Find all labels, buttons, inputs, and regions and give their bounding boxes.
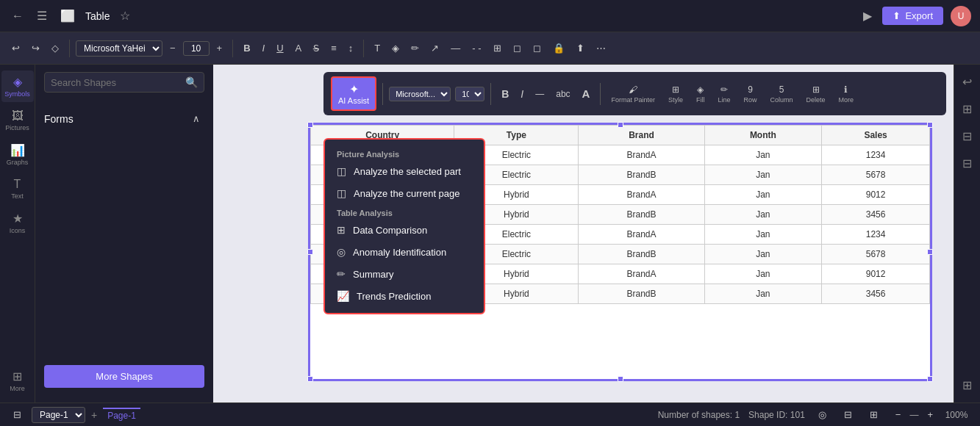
sidebar-item-more[interactable]: ⊞ More bbox=[1, 365, 34, 397]
format-button[interactable]: ◇ bbox=[47, 40, 63, 57]
page-selector[interactable]: Page-1 bbox=[32, 407, 85, 423]
sidebar-item-symbols[interactable]: ◈ Symbols bbox=[1, 71, 34, 102]
font-size-plus[interactable]: + bbox=[212, 40, 227, 57]
more-toolbar-button[interactable]: ⋯ bbox=[592, 40, 610, 57]
analyze-current-item[interactable]: ◫ Analyze the current page bbox=[325, 182, 484, 204]
sel-handle-tr[interactable] bbox=[927, 122, 933, 128]
table-button[interactable]: ⊞ bbox=[489, 40, 506, 57]
toggle-panel-button[interactable]: ⊟ bbox=[9, 406, 26, 423]
sel-handle-tm[interactable] bbox=[618, 122, 623, 128]
sel-handle-mr[interactable] bbox=[927, 249, 933, 255]
float-row-button[interactable]: 9 Row bbox=[739, 82, 761, 106]
analyze-selected-label: Analyze the selected part bbox=[354, 166, 461, 177]
doc-icon: ⬜ bbox=[57, 6, 78, 26]
analyze-selected-item[interactable]: ◫ Analyze the selected part bbox=[325, 160, 484, 182]
cell: BrandA bbox=[579, 145, 704, 165]
avatar[interactable]: U bbox=[951, 6, 971, 26]
font-size-minus[interactable]: − bbox=[165, 40, 180, 57]
lock-button[interactable]: 🔒 bbox=[548, 40, 569, 57]
rs-undo-button[interactable]: ↩ bbox=[958, 71, 976, 93]
rs-settings-button[interactable]: ⊞ bbox=[958, 374, 976, 397]
right-sidebar: ↩ ⊞ ⊟ ⊟ ⊞ bbox=[954, 65, 980, 402]
zoom-in-button[interactable]: + bbox=[923, 406, 937, 423]
line-color-button[interactable]: ✏ bbox=[407, 40, 423, 57]
canvas-area[interactable]: Country Type Brand Month Sales Country1 … bbox=[213, 65, 954, 402]
status-icon2[interactable]: ⊟ bbox=[840, 406, 856, 423]
cell: Jan bbox=[704, 264, 822, 284]
align-button[interactable]: ≡ bbox=[326, 40, 341, 57]
active-page-tab[interactable]: Page-1 bbox=[103, 408, 140, 422]
italic-button[interactable]: I bbox=[258, 40, 270, 57]
sel-handle-tl[interactable] bbox=[307, 122, 313, 128]
float-biga-button[interactable]: A bbox=[578, 84, 595, 103]
font-color-button[interactable]: A bbox=[291, 40, 307, 57]
redo-button[interactable]: ↪ bbox=[27, 40, 44, 57]
play-button[interactable]: ▶ bbox=[860, 6, 875, 26]
dash-button[interactable]: - - bbox=[468, 40, 485, 57]
float-column-button[interactable]: 5 Column bbox=[765, 82, 797, 106]
rs-grid-button[interactable]: ⊞ bbox=[958, 98, 976, 120]
shape1-button[interactable]: ◻ bbox=[509, 40, 526, 57]
trends-prediction-item[interactable]: 📈 Trends Prediction bbox=[325, 285, 484, 307]
float-delete-label: Delete bbox=[806, 96, 826, 104]
rs-panel1-button[interactable]: ⊟ bbox=[958, 125, 976, 148]
strikethrough-button[interactable]: S̶ bbox=[309, 40, 323, 57]
font-size-input[interactable] bbox=[183, 41, 210, 56]
summary-item[interactable]: ✏ Summary bbox=[325, 263, 484, 285]
forms-collapse-button[interactable]: ∧ bbox=[188, 110, 204, 127]
float-delete-button[interactable]: ⊞ Delete bbox=[802, 82, 830, 106]
document-title: Table bbox=[85, 10, 110, 22]
anomaly-item[interactable]: ◎ Anomaly Identification bbox=[325, 241, 484, 263]
sel-handle-bl[interactable] bbox=[307, 376, 313, 382]
toolbar-divider-1 bbox=[69, 40, 70, 57]
fill-color-button[interactable]: ◈ bbox=[387, 40, 404, 57]
sidebar-item-pictures[interactable]: 🖼 Pictures bbox=[1, 105, 34, 136]
undo-button[interactable]: ↩ bbox=[7, 40, 24, 57]
menu-button[interactable]: ☰ bbox=[34, 6, 50, 26]
float-bold-button[interactable]: B bbox=[497, 85, 513, 103]
sel-handle-ml[interactable] bbox=[307, 249, 313, 255]
status-icon3[interactable]: ⊞ bbox=[865, 406, 882, 423]
text-style-button[interactable]: T bbox=[370, 40, 385, 57]
more-shapes-button[interactable]: More Shapes bbox=[44, 365, 204, 388]
sidebar-item-text[interactable]: T Text bbox=[1, 173, 34, 204]
underline-button[interactable]: U bbox=[272, 40, 287, 57]
add-page-button[interactable]: + bbox=[91, 409, 97, 421]
data-comparison-item[interactable]: ⊞ Data Comparison bbox=[325, 219, 484, 241]
float-fill-button[interactable]: ◈ Fill bbox=[692, 82, 709, 106]
main-layout: ◈ Symbols 🖼 Pictures 📊 Graphs T Text ★ I… bbox=[0, 65, 980, 402]
table-analysis-section: Table Analysis bbox=[325, 204, 484, 219]
star-button[interactable]: ☆ bbox=[117, 6, 133, 26]
sel-handle-bm[interactable] bbox=[618, 376, 623, 382]
upload-button[interactable]: ⬆ bbox=[572, 40, 589, 57]
float-style-button[interactable]: ⊞ Style bbox=[664, 82, 687, 106]
shape2-button[interactable]: ◻ bbox=[529, 40, 546, 57]
zoom-out-button[interactable]: − bbox=[891, 406, 906, 423]
cell: 9012 bbox=[822, 185, 930, 205]
text-label: Text bbox=[11, 192, 24, 200]
ai-assist-button[interactable]: ✦ AI Assist bbox=[331, 76, 376, 111]
back-button[interactable]: ← bbox=[9, 7, 26, 26]
float-strike-button[interactable]: — bbox=[531, 86, 548, 102]
search-box: 🔍 bbox=[44, 72, 204, 93]
text-icon: T bbox=[14, 178, 21, 191]
search-input[interactable] bbox=[51, 77, 181, 88]
rs-panel2-button[interactable]: ⊟ bbox=[958, 152, 976, 175]
float-abc-button[interactable]: abc bbox=[551, 86, 574, 102]
float-more-button[interactable]: ℹ More bbox=[834, 82, 859, 106]
line-button[interactable]: — bbox=[446, 40, 465, 57]
status-icon1[interactable]: ◎ bbox=[814, 406, 831, 423]
arrow-button[interactable]: ↗ bbox=[426, 40, 443, 57]
line-height-button[interactable]: ↕ bbox=[344, 40, 358, 57]
float-italic-button[interactable]: I bbox=[516, 85, 528, 103]
float-size-select[interactable]: 10 bbox=[455, 87, 484, 101]
export-button[interactable]: ⬆ Export bbox=[882, 7, 943, 25]
format-painter-button[interactable]: 🖌 Format Painter bbox=[607, 82, 659, 106]
sel-handle-br[interactable] bbox=[927, 376, 933, 382]
float-line-button[interactable]: ✏ Line bbox=[713, 82, 734, 106]
bold-button[interactable]: B bbox=[239, 40, 254, 57]
float-font-select[interactable]: Microsoft... bbox=[389, 87, 451, 101]
sidebar-item-graphs[interactable]: 📊 Graphs bbox=[1, 139, 34, 170]
sidebar-item-icons[interactable]: ★ Icons bbox=[1, 207, 34, 239]
font-family-select[interactable]: Microsoft YaHei bbox=[76, 40, 162, 57]
